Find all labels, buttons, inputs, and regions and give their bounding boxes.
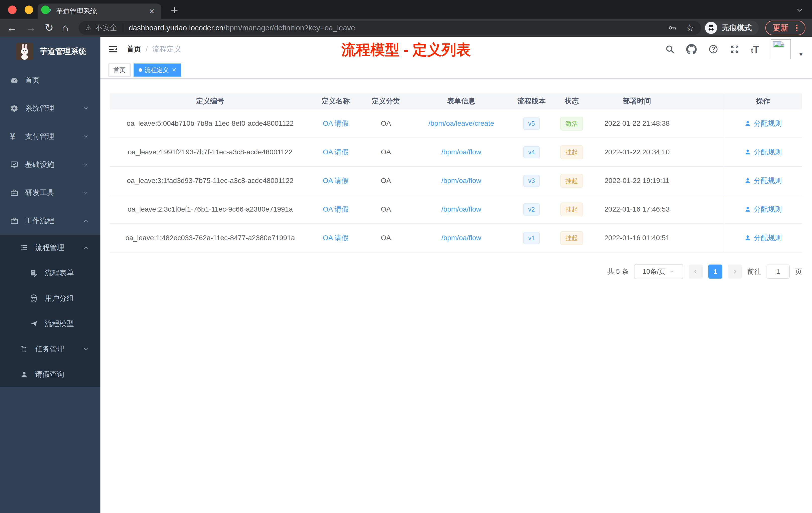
- search-icon[interactable]: [665, 44, 675, 54]
- sidebar-item-infrastructure[interactable]: 基础设施: [0, 151, 100, 179]
- url-bar[interactable]: ⚠ 不安全 dashboard.yudao.iocoder.cn /bpm/ma…: [79, 21, 701, 35]
- sidebar-item-user-group[interactable]: 用户分组: [0, 285, 100, 311]
- assign-rule-link[interactable]: 分配规则: [744, 176, 782, 185]
- version-badge: v2: [523, 203, 540, 216]
- yen-icon: ¥: [10, 131, 19, 142]
- breadcrumb-home[interactable]: 首页: [126, 44, 141, 54]
- version-badge: v1: [523, 232, 540, 244]
- assign-rule-link[interactable]: 分配规则: [744, 205, 782, 214]
- definition-id: oa_leave:5:004b710b-7b8a-11ec-8ef0-acde4…: [110, 119, 311, 127]
- sidebar: 芋道管理系统 首页 系统管理 ¥ 支付管理: [0, 37, 100, 513]
- assign-rule-link[interactable]: 分配规则: [744, 147, 782, 157]
- deploy-time: 2022-01-16 01:40:51: [592, 234, 682, 242]
- url-host: dashboard.yudao.iocoder.cn: [129, 24, 224, 32]
- definition-category: OA: [361, 148, 411, 156]
- browser-tab[interactable]: 芋道管理系统 ✕: [38, 3, 161, 19]
- column-header: 流程版本: [512, 96, 552, 106]
- form-link[interactable]: /bpm/oa/flow: [441, 148, 481, 156]
- home-button[interactable]: ⌂: [62, 23, 68, 33]
- fullscreen-icon[interactable]: [730, 44, 740, 54]
- deploy-time: 2022-01-22 21:48:38: [592, 119, 682, 127]
- sidebar-logo[interactable]: 芋道管理系统: [0, 37, 100, 66]
- chevron-down-icon: [83, 190, 89, 196]
- new-tab-button[interactable]: +: [171, 2, 178, 18]
- definition-id: oa_leave:2:3c1f0ef1-76b1-11ec-9c66-a2380…: [110, 205, 311, 213]
- tag-process-definition[interactable]: 流程定义 ✕: [134, 63, 181, 77]
- sidebar-item-workflow[interactable]: 工作流程: [0, 207, 100, 235]
- table-row: oa_leave:3:1fad3d93-7b75-11ec-a3c8-acde4…: [110, 167, 802, 195]
- password-key-icon[interactable]: [668, 24, 676, 32]
- chevron-down-icon: [83, 162, 89, 168]
- minimize-window-button[interactable]: [25, 5, 33, 14]
- sidebar-item-leave-query[interactable]: 请假查询: [0, 362, 100, 387]
- browser-tab-strip: 芋道管理系统 ✕ +: [0, 0, 812, 19]
- person-icon: [744, 234, 751, 241]
- definition-name-link[interactable]: OA 请假: [323, 233, 349, 243]
- bookmark-star-icon[interactable]: ☆: [686, 22, 694, 33]
- form-link[interactable]: /bpm/oa/flow: [441, 177, 481, 185]
- form-link[interactable]: /bpm/oa/leave/create: [428, 119, 494, 127]
- page-size-select[interactable]: 10条/页: [634, 264, 683, 279]
- next-page-button[interactable]: [728, 265, 742, 279]
- tag-home[interactable]: 首页: [109, 63, 130, 77]
- pagination: 共 5 条 10条/页 1 前往 页: [110, 264, 802, 279]
- definition-name-link[interactable]: OA 请假: [323, 176, 349, 185]
- goto-page-input[interactable]: [766, 265, 790, 279]
- toolbox-icon: [10, 188, 19, 197]
- tab-close-icon[interactable]: ✕: [149, 7, 155, 16]
- user-avatar[interactable]: [771, 39, 791, 59]
- avatar-caret-icon[interactable]: ▼: [798, 51, 804, 58]
- goto-label: 前往: [748, 267, 761, 276]
- definition-category: OA: [361, 234, 411, 242]
- sidebar-item-payment[interactable]: ¥ 支付管理: [0, 122, 100, 151]
- reload-button[interactable]: ↻: [45, 23, 54, 33]
- org-tree-icon: [20, 345, 29, 353]
- assign-rule-link[interactable]: 分配规则: [744, 119, 782, 128]
- browser-update-button[interactable]: 更新 ⋮: [765, 21, 806, 35]
- sidebar-collapse-icon[interactable]: [109, 44, 118, 54]
- sidebar-item-label: 工作流程: [25, 216, 76, 226]
- sidebar-item-task-management[interactable]: 任务管理: [0, 336, 100, 362]
- browser-address-bar: ← → ↻ ⌂ ⚠ 不安全 dashboard.yudao.iocoder.cn…: [0, 19, 812, 37]
- definition-table: 定义编号 定义名称 定义分类 表单信息 流程版本 状态 部署时间 操作 oa_l…: [110, 93, 802, 252]
- page-1-button[interactable]: 1: [708, 265, 722, 279]
- sidebar-item-process-form[interactable]: 流程表单: [0, 260, 100, 285]
- form-link[interactable]: /bpm/oa/flow: [441, 234, 481, 242]
- sidebar-item-label: 基础设施: [25, 160, 76, 170]
- help-icon[interactable]: [708, 44, 718, 54]
- definition-name-link[interactable]: OA 请假: [323, 205, 349, 214]
- tag-close-icon[interactable]: ✕: [172, 67, 176, 73]
- page-annotation-title: 流程模型 - 定义列表: [341, 40, 471, 60]
- sidebar-item-process-management[interactable]: 流程管理: [0, 235, 100, 260]
- definition-name-link[interactable]: OA 请假: [323, 119, 349, 128]
- column-header: 操作: [724, 93, 802, 109]
- column-header: 表单信息: [411, 96, 512, 106]
- sidebar-item-home[interactable]: 首页: [0, 66, 100, 94]
- gear-icon: [10, 104, 19, 113]
- font-size-icon[interactable]: tT: [751, 44, 759, 55]
- sidebar-item-dev-tools[interactable]: 研发工具: [0, 179, 100, 207]
- assign-rule-link[interactable]: 分配规则: [744, 233, 782, 243]
- chevron-right-icon: [732, 269, 738, 275]
- form-link[interactable]: /bpm/oa/flow: [441, 205, 481, 213]
- close-window-button[interactable]: [8, 5, 17, 14]
- briefcase-icon: [10, 217, 19, 225]
- breadcrumb-separator: /: [146, 45, 148, 54]
- forward-button[interactable]: →: [26, 23, 36, 33]
- not-secure-label[interactable]: 不安全: [95, 23, 117, 33]
- sidebar-item-process-model[interactable]: 流程模型: [0, 311, 100, 336]
- url-path: /bpm/manager/definition?key=oa_leave: [224, 24, 355, 32]
- browser-menu-kebab-icon[interactable]: ⋮: [792, 23, 801, 33]
- prev-page-button[interactable]: [689, 265, 703, 279]
- back-button[interactable]: ←: [6, 23, 17, 33]
- sidebar-item-label: 请假查询: [35, 369, 89, 380]
- top-navbar: 首页 / 流程定义 流程模型 - 定义列表 tT: [100, 37, 812, 62]
- github-icon[interactable]: [686, 44, 697, 55]
- definition-name-link[interactable]: OA 请假: [323, 147, 349, 157]
- sidebar-item-system[interactable]: 系统管理: [0, 94, 100, 122]
- active-dot: [139, 68, 142, 72]
- zoom-window-button[interactable]: [41, 5, 50, 14]
- sidebar-item-label: 流程管理: [35, 243, 76, 253]
- incognito-badge: 无痕模式: [703, 21, 759, 35]
- tab-search-chevron-icon[interactable]: [796, 6, 804, 14]
